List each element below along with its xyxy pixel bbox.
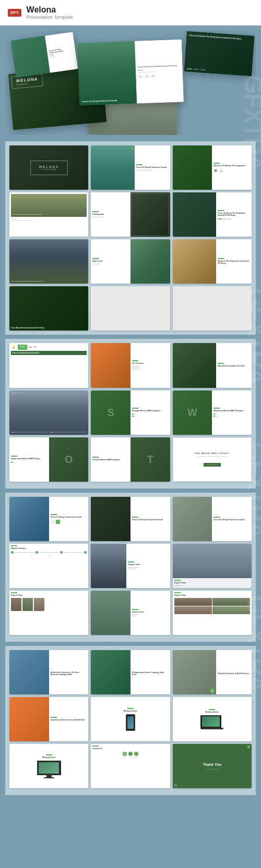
slide-testimonial-2: " If Opportunity Doesn't strategy, build…: [91, 650, 170, 694]
slide-thank-you: Thank You Welona Presentation: [173, 744, 252, 788]
section3-row2: Wayona Timeline 2020 2021 2022: [9, 544, 252, 588]
slide-services: Our Services Service item 1 Service item…: [91, 343, 170, 387]
slide-focus-productive: Focus On Being The Productive Instead Of…: [173, 192, 252, 237]
slide-mockup-laptop: Mockup Device: [173, 697, 252, 741]
slide-swot-strength: S Strength Welona SWOT Analysis Item Ite…: [91, 390, 170, 435]
main-content: WELONA Presentation Focus On BeingProduc…: [0, 26, 261, 804]
section2-row3: Opportunity Welona SWOT Analy... Item O: [9, 437, 252, 482]
hero-slides: WELONA Presentation Focus On BeingProduc…: [5, 31, 256, 135]
slide-photo-3: Focus On Being Productive Instead: [173, 497, 252, 541]
slide-mountain-landscape: Focus On Being The Productive Instead Of…: [9, 239, 88, 284]
slide-mockup-monitor: Mockup Device: [9, 744, 88, 788]
hero-section: WELONA Presentation Focus On BeingProduc…: [5, 31, 256, 135]
section3-row3: Experts Team Experts Team John Doe: [9, 591, 252, 635]
section2-row1: 💡 4.9★ 300+ 79% Focus On Being Productiv…: [9, 343, 252, 387]
slide-opportunity: Opportunity Doesn't work, Build A Door: [9, 697, 88, 741]
slide-timeline: Wayona Timeline 2020 2021 2022: [9, 544, 88, 588]
slide-stats: 💡 4.9★ 300+ 79% Focus On Being Productiv…: [9, 343, 88, 387]
slide-swot-weakness: W Weakness Welona SWOT Analysis Item Ite…: [173, 390, 252, 435]
section4-row2: Opportunity Doesn't work, Build A Door M…: [9, 697, 252, 741]
slide-wood-quote: THE WOOD ARE LOVELY Lorem ipsum dolor si…: [173, 437, 252, 482]
row-3b: Focus Being Productive Instead Of The Bu…: [9, 286, 252, 331]
app-subtitle: Presentation Template: [27, 15, 73, 20]
slide-testimonial-1: " A Satisfied Customer Is The Best Busin…: [9, 650, 88, 694]
slide-swot-threat: Threath Welona SWOT Analysis T: [91, 437, 170, 482]
slide-contact: Contact Us @ Email 📞 Phone 📍 Location: [91, 744, 170, 788]
row-1: WELONA Presentation Template Focus On Be…: [9, 145, 252, 190]
ppt-badge: PPT: [8, 9, 21, 17]
slide-waterfall: Focus On Being Productive Instead Lorem …: [91, 145, 170, 190]
slide-desert: Simple Is The Productive Instead Of The …: [173, 239, 252, 284]
slide-river: Agri Forest Lorem ipsum: [91, 239, 170, 284]
slide-nationals: Nationals Geographic The Best: [173, 343, 252, 387]
hero-slide-main: Focus On Being Productive Instead Focus …: [77, 40, 184, 106]
slide-team-multi: Experts Team: [9, 591, 88, 635]
slide-photo-1: Focus On Being Productive Instead: [9, 497, 88, 541]
slide-photo-2: Focus On Being Productive Instead: [91, 497, 170, 541]
section2-row2: Nationals Geographic The Best Item 1 Ite…: [9, 390, 252, 435]
slide-forest-road: Focus Being Productive Instead Of The Bu…: [9, 286, 88, 331]
slide-empty-1: [91, 286, 170, 331]
slide-expert-team-1: Experts Team Expert name here Position t…: [91, 544, 170, 588]
slide-empty-2: [173, 286, 252, 331]
app-title: Welona: [27, 5, 73, 15]
row-2: Focus On Being Productive The Instead Of…: [9, 192, 252, 237]
section3-row1: Focus On Being Productive Instead Focus …: [9, 497, 252, 541]
slide-expert-team-2: Experts Team Expert name: [173, 544, 252, 588]
section4-row1: " A Satisfied Customer Is The Best Busin…: [9, 650, 252, 694]
section4-row3: Mockup Device Contact Us: [9, 744, 252, 788]
section-2: GFXTRA 💡 4.9★ 300+ 79% Focus On Being Pr…: [5, 339, 256, 488]
section-4: GFXTRA " A Satisfied Customer Is The Bes…: [5, 646, 256, 795]
slide-foggy-forest: Photography Lorem ipsum dolor: [91, 192, 170, 237]
section-1: GFXTRA WELONA Presentation Template: [5, 141, 256, 335]
slide-geographic: Welcome To Welona The Geographic 🖼 📊: [173, 145, 252, 190]
header: PPT Welona Presentation Template: [0, 0, 261, 26]
slide-nationals-mountain: Nationals Geographic The Best Item 1 Ite…: [9, 390, 88, 435]
slide-cover: WELONA Presentation Template: [9, 145, 88, 190]
slide-swot-opportunity: Opportunity Welona SWOT Analy... Item O: [9, 437, 88, 482]
row-3: Focus On Being The Productive Instead Of…: [9, 239, 252, 284]
slide-mountain-text: Focus On Being Productive The Instead Of…: [9, 192, 88, 237]
section-3: GFXTRA Focus On Being Productive Instead: [5, 493, 256, 642]
slide-mockup-phone: Mockup Device: [91, 697, 170, 741]
slide-team-grid: Experts Team: [173, 591, 252, 635]
slide-testimonial-3: ▶ " Satisfied Customer Is Best Business: [173, 650, 252, 694]
slide-team-featured: Experts Team John Doe Director: [91, 591, 170, 635]
hero-slide-right: Focus On Being The Productive Instead Of…: [184, 31, 254, 77]
